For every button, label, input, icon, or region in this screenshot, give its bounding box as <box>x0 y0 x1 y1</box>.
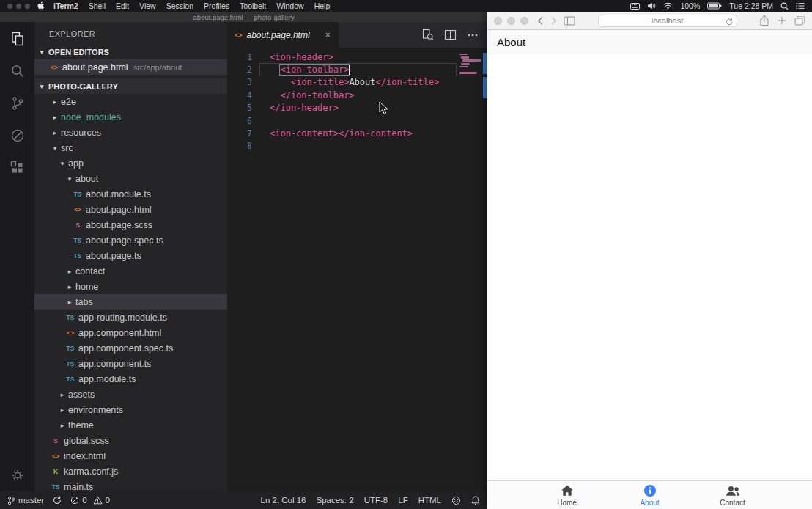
window-dot[interactable] <box>7 4 12 9</box>
tree-item[interactable]: TSapp.component.ts <box>34 356 227 371</box>
tree-item[interactable]: Sabout.page.scss <box>34 217 227 232</box>
tree-item[interactable]: <>app.component.html <box>34 325 227 340</box>
tree-item[interactable]: ▸theme <box>34 417 227 433</box>
tree-item[interactable]: TSmain.ts <box>34 479 227 491</box>
new-tab-icon[interactable] <box>778 16 786 25</box>
tree-item[interactable]: <>about.page.html <box>34 202 227 217</box>
tree-item[interactable]: ▸tabs <box>34 294 227 310</box>
code-line[interactable]: 2 <ion-toolbar> <box>227 63 487 76</box>
reload-icon[interactable] <box>726 18 734 26</box>
tree-item[interactable]: TSapp.component.spec.ts <box>34 340 227 356</box>
statusbar-item[interactable]: HTML <box>418 496 441 505</box>
statusbar-item[interactable]: UTF-8 <box>364 496 388 505</box>
tree-item[interactable]: ▸e2e <box>34 94 227 109</box>
editor-tab[interactable]: <> about.page.html × <box>227 22 339 48</box>
tree-item[interactable]: ▾src <box>34 140 227 155</box>
notifications-bell-icon[interactable] <box>471 496 480 505</box>
menubar-menu-shell[interactable]: Shell <box>89 1 106 10</box>
menubar-app-name[interactable]: iTerm2 <box>53 1 78 10</box>
open-editors-header[interactable]: ▾ OPEN EDITORS <box>34 45 227 59</box>
tab-about[interactable]: About <box>608 481 691 509</box>
code-line[interactable]: 5</ion-header> <box>227 102 487 114</box>
keyboard-icon[interactable] <box>630 3 640 10</box>
tree-item[interactable]: ▸home <box>34 279 227 294</box>
statusbar-item[interactable]: Spaces: 2 <box>317 496 354 505</box>
close-window-button[interactable] <box>494 17 502 25</box>
tab-label: about.page.html <box>247 30 310 40</box>
sync-button[interactable] <box>53 496 62 505</box>
tree-item[interactable]: ▾about <box>34 171 227 186</box>
share-icon[interactable] <box>759 15 769 26</box>
code-line[interactable]: 7<ion-content></ion-content> <box>227 127 487 139</box>
git-branch-indicator[interactable]: master <box>7 496 44 505</box>
code-line[interactable]: 3 <ion-title>About</ion-title> <box>227 76 487 89</box>
minimap[interactable] <box>459 54 480 78</box>
safari-toolbar-right <box>759 15 805 26</box>
menubar-menu-view[interactable]: View <box>139 1 156 10</box>
open-editor-item[interactable]: <> about.page.html src/app/about <box>34 59 227 75</box>
menubar-clock[interactable]: Tue 2:28 PM <box>729 1 773 10</box>
feedback-smiley-icon[interactable] <box>451 496 461 505</box>
explorer-icon[interactable] <box>10 31 26 47</box>
code-editor[interactable]: 1<ion-header>2 <ion-toolbar>3 <ion-title… <box>227 48 487 491</box>
window-dots[interactable] <box>7 4 30 9</box>
tree-item-label: node_modules <box>61 112 121 122</box>
source-control-icon[interactable] <box>10 95 26 111</box>
tree-item[interactable]: ▸resources <box>34 125 227 140</box>
forward-button[interactable] <box>550 16 557 26</box>
menubar-menu-edit[interactable]: Edit <box>116 1 129 10</box>
menubar-menu-session[interactable]: Session <box>166 1 193 10</box>
project-section-header[interactable]: ▾ PHOTO-GALLERY <box>34 78 227 94</box>
split-editor-icon[interactable] <box>444 29 457 41</box>
window-dot[interactable] <box>25 4 30 9</box>
zoom-window-button[interactable] <box>520 17 528 25</box>
code-line[interactable]: 4 </ion-toolbar> <box>227 89 487 101</box>
apple-menu-icon[interactable] <box>37 1 45 10</box>
menubar-menu-profiles[interactable]: Profiles <box>204 1 229 10</box>
tree-item[interactable]: TSabout.page.ts <box>34 248 227 263</box>
tree-item[interactable]: TSapp-routing.module.ts <box>34 310 227 325</box>
tree-item[interactable]: ▸contact <box>34 263 227 279</box>
traffic-lights[interactable] <box>494 17 528 25</box>
more-actions-icon[interactable] <box>467 29 479 41</box>
menubar-menu-window[interactable]: Window <box>276 1 303 10</box>
tree-item[interactable]: ▸assets <box>34 387 227 402</box>
tab-home[interactable]: Home <box>525 481 608 509</box>
address-bar[interactable]: localhost <box>598 15 737 27</box>
minimize-window-button[interactable] <box>507 17 515 25</box>
vscode-titlebar[interactable]: about.page.html — photo-gallery <box>0 12 487 22</box>
tab-close-icon[interactable]: × <box>325 30 331 40</box>
tree-item[interactable]: ▸node_modules <box>34 109 227 125</box>
tree-item[interactable]: TSapp.module.ts <box>34 371 227 387</box>
tab-overview-icon[interactable] <box>794 16 805 26</box>
notification-center-icon[interactable] <box>796 2 805 10</box>
tab-contact[interactable]: Contact <box>691 481 774 509</box>
statusbar-item[interactable]: LF <box>398 496 407 505</box>
window-dot[interactable] <box>16 4 21 9</box>
problems-indicator[interactable]: 0 0 <box>70 496 110 505</box>
tree-item[interactable]: ▸environments <box>34 402 227 417</box>
search-icon[interactable] <box>10 63 26 79</box>
spotlight-icon[interactable] <box>780 2 789 10</box>
statusbar-item[interactable]: Ln 2, Col 16 <box>261 496 306 505</box>
chevron-down-icon: ▾ <box>38 83 45 90</box>
tree-item[interactable]: ▾app <box>34 155 227 171</box>
code-line[interactable]: 1<ion-header> <box>227 51 487 63</box>
open-preview-icon[interactable] <box>421 29 434 41</box>
menubar-menu-toolbelt[interactable]: Toolbelt <box>240 1 266 10</box>
settings-gear-icon[interactable] <box>10 468 25 483</box>
tree-item[interactable]: TSabout.module.ts <box>34 186 227 202</box>
wifi-icon[interactable] <box>663 2 673 10</box>
back-button[interactable] <box>537 16 544 26</box>
menubar-menu-help[interactable]: Help <box>314 1 331 10</box>
debug-icon[interactable] <box>10 128 26 144</box>
tree-item[interactable]: Sglobal.scss <box>34 433 227 448</box>
tree-item[interactable]: TSabout.page.spec.ts <box>34 232 227 248</box>
extensions-icon[interactable] <box>10 160 26 176</box>
tree-item[interactable]: Kkarma.conf.js <box>34 464 227 479</box>
volume-icon[interactable] <box>647 2 656 10</box>
sidebar-toggle-icon[interactable] <box>564 16 575 26</box>
code-line[interactable]: 6 <box>227 114 487 127</box>
tree-item[interactable]: <>index.html <box>34 448 227 464</box>
code-line[interactable]: 8 <box>227 140 487 153</box>
